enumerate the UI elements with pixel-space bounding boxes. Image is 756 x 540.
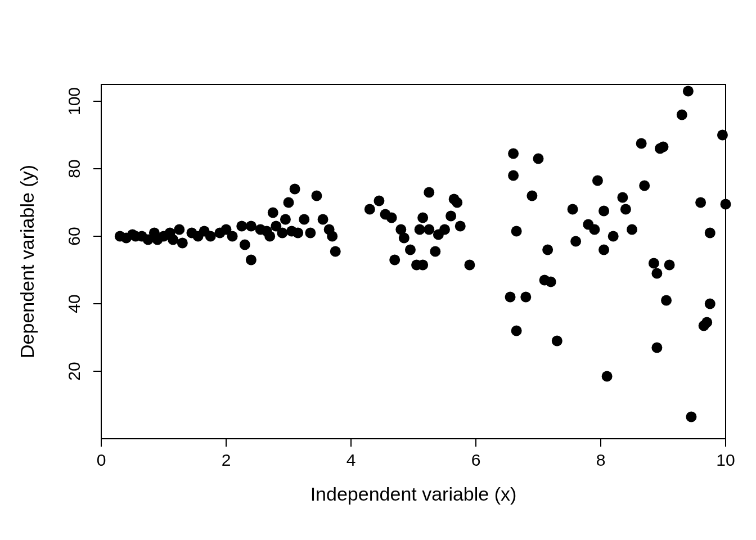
x-tick-label: 2: [222, 451, 231, 469]
data-point: [664, 260, 675, 271]
data-point: [439, 224, 450, 235]
data-point: [417, 213, 428, 223]
data-point: [364, 204, 375, 215]
data-point: [268, 208, 278, 218]
y-tick-label: 80: [65, 159, 83, 178]
data-point: [374, 196, 384, 206]
data-point: [464, 260, 475, 271]
data-point: [526, 191, 537, 201]
data-point: [533, 154, 544, 164]
data-point: [386, 213, 397, 223]
data-point: [264, 231, 275, 242]
data-point: [455, 221, 466, 232]
data-point: [589, 224, 600, 235]
data-point: [598, 206, 609, 217]
data-point: [636, 138, 647, 149]
data-point: [246, 221, 256, 232]
data-point: [686, 412, 696, 422]
y-tick-label: 60: [65, 227, 83, 245]
data-point: [658, 142, 669, 152]
data-point: [508, 148, 519, 159]
data-point: [174, 224, 184, 235]
data-point: [602, 371, 613, 382]
data-point: [546, 277, 556, 287]
data-point: [552, 336, 562, 346]
data-point: [227, 231, 238, 242]
data-point: [280, 214, 291, 225]
data-point: [508, 170, 519, 181]
data-point: [452, 197, 462, 208]
x-axis: 0246810: [97, 439, 735, 469]
data-points: [115, 86, 731, 422]
y-tick-label: 40: [65, 294, 83, 313]
y-axis-label: Dependent variable (y): [16, 165, 38, 358]
data-point: [651, 268, 662, 279]
data-point: [701, 317, 712, 328]
data-point: [290, 184, 300, 195]
data-point: [639, 181, 650, 191]
data-point: [415, 224, 425, 235]
data-point: [305, 228, 316, 238]
data-point: [649, 258, 659, 269]
data-point: [568, 204, 578, 215]
data-point: [177, 238, 188, 249]
data-point: [705, 228, 716, 238]
x-tick-label: 10: [716, 451, 735, 469]
data-point: [236, 221, 247, 232]
data-point: [389, 255, 400, 266]
data-point: [318, 214, 328, 225]
data-point: [405, 245, 416, 255]
x-tick-label: 8: [596, 451, 606, 469]
data-point: [592, 176, 603, 186]
data-point: [542, 245, 553, 255]
data-point: [277, 228, 287, 238]
data-point: [330, 246, 341, 257]
data-point: [683, 86, 694, 97]
data-point: [446, 211, 456, 222]
data-point: [661, 295, 672, 306]
data-point: [424, 224, 434, 235]
data-point: [299, 214, 309, 225]
data-point: [695, 197, 706, 208]
y-tick-label: 100: [65, 87, 83, 115]
data-point: [430, 246, 440, 257]
data-point: [721, 199, 731, 210]
y-tick-label: 20: [65, 362, 83, 380]
data-point: [520, 292, 531, 303]
data-point: [608, 231, 619, 242]
chart-svg: 0246810 20406080100 Independent variable…: [0, 0, 756, 540]
data-point: [205, 231, 216, 242]
data-point: [705, 299, 716, 309]
data-point: [284, 197, 294, 208]
x-tick-label: 0: [97, 451, 106, 469]
data-point: [311, 191, 322, 201]
data-point: [677, 110, 687, 120]
data-point: [627, 224, 637, 235]
data-point: [598, 245, 609, 255]
data-point: [505, 292, 516, 303]
data-point: [620, 204, 631, 215]
data-point: [399, 233, 410, 244]
data-point: [511, 226, 522, 237]
data-point: [424, 187, 434, 198]
data-point: [240, 240, 250, 250]
x-tick-label: 4: [346, 451, 356, 469]
data-point: [717, 130, 728, 141]
data-point: [570, 236, 581, 247]
x-axis-label: Independent variable (x): [310, 483, 517, 505]
data-point: [168, 235, 178, 245]
scatter-chart: 0246810 20406080100 Independent variable…: [0, 0, 756, 540]
data-point: [617, 192, 628, 203]
y-axis: 20406080100: [65, 87, 101, 381]
data-point: [292, 228, 303, 238]
data-point: [327, 231, 338, 242]
data-point: [511, 326, 522, 336]
x-tick-label: 6: [471, 451, 481, 469]
data-point: [651, 343, 662, 353]
data-point: [246, 255, 256, 266]
data-point: [417, 260, 428, 271]
